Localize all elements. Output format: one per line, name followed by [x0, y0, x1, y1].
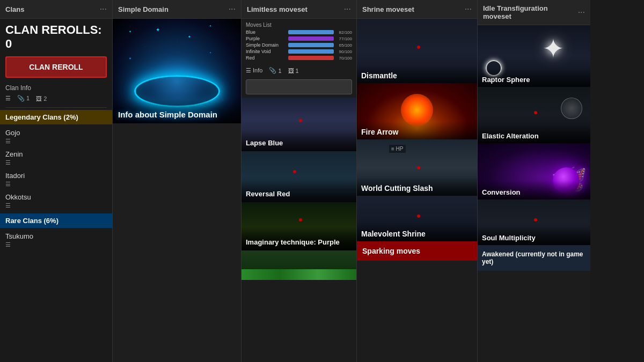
elastic-dot	[534, 111, 537, 114]
soul-multiplicity-card[interactable]: Soul Multiplicity	[478, 200, 590, 245]
clan-gojo: Gojo	[0, 125, 112, 137]
limitless-search-bar[interactable]	[246, 79, 352, 94]
clan-zenin-icon: ☰	[0, 158, 112, 168]
elastic-overlay: Elastic Alteration	[478, 124, 590, 143]
lapse-blue-card[interactable]: Lapse Blue	[241, 98, 356, 151]
elastic-orb	[561, 98, 582, 119]
move-name-blue: Blue	[246, 29, 286, 35]
reversal-dot	[293, 170, 296, 173]
move-name-red: Red	[246, 55, 286, 61]
clans-scroll: CLAN REROLLS: 0 CLAN REROLL Clan Info ☰ …	[0, 19, 112, 362]
fire-arrow-name: Fire Arrow	[361, 128, 473, 136]
shrine-menu-dots[interactable]: ···	[465, 4, 472, 14]
star-7: ✦	[129, 56, 131, 60]
soul-overlay: Soul Multiplicity	[478, 226, 590, 245]
clan-info-list-icon: ☰	[5, 95, 11, 102]
clan-itadori-icon: ☰	[0, 180, 112, 190]
move-row-purple: Purple 77/100	[246, 36, 352, 41]
clan-gojo-icon: ☰	[0, 137, 112, 147]
dismantle-overlay: Dismantle	[357, 65, 477, 83]
slash-overlay: World Cutting Slash	[357, 178, 477, 196]
clans-menu-dots[interactable]: ···	[100, 4, 107, 14]
move-bar-purple	[288, 36, 334, 41]
clan-reroll-button[interactable]: CLAN REROLL	[5, 56, 107, 78]
move-row-infinite-void: Infinite Void 90/100	[246, 49, 352, 54]
clan-tsukumo-icon: ☰	[0, 240, 112, 250]
move-bar-red	[288, 56, 334, 60]
reversal-red-name: Reversal Red	[246, 190, 352, 198]
move-val-red: 70/100	[336, 56, 352, 61]
reversal-red-card[interactable]: Reversal Red	[241, 151, 356, 202]
clans-divider	[5, 107, 107, 108]
raptor-sphere-card[interactable]: Raptor Sphere	[478, 25, 590, 87]
elastic-card[interactable]: Elastic Alteration	[478, 87, 590, 143]
idle-title: Idle Transfiguration moveset	[483, 4, 578, 20]
clan-rerolls-count: CLAN REROLLS: 0	[0, 19, 112, 53]
star-4: ✦	[209, 24, 211, 27]
idle-scroll: Raptor Sphere Elastic Alteration 🦋 Conve…	[478, 25, 590, 362]
info-attach-count: 📎 1	[269, 67, 281, 74]
star-8: ✦	[209, 51, 211, 54]
purple-dot	[299, 218, 302, 221]
green-stripe	[241, 269, 356, 280]
white-scene	[241, 250, 356, 280]
dismantle-dot	[417, 46, 420, 49]
lapse-blue-overlay: Lapse Blue	[241, 130, 356, 151]
info-image-count: 🖼 1	[288, 67, 299, 74]
clan-zenin: Zenin	[0, 147, 112, 158]
soul-dot	[534, 218, 537, 221]
clan-info-attach: 📎 1	[17, 95, 30, 102]
slash-name: World Cutting Slash	[361, 184, 473, 193]
star-2: ✦	[156, 27, 160, 33]
simple-domain-overlay: Info about Simple Domain	[113, 99, 241, 123]
sparking-moves-button[interactable]: Sparking moves	[357, 241, 477, 261]
move-bar-blue	[288, 30, 334, 34]
limitless-header: Limitless moveset ···	[241, 0, 356, 19]
move-name-simple-domain: Simple Domain	[246, 42, 286, 48]
white-card	[241, 250, 356, 280]
idle-menu-dots[interactable]: ···	[578, 8, 585, 17]
move-row-simple-domain: Simple Domain 65/100	[246, 42, 352, 48]
move-val-simple-domain: 65/100	[336, 43, 352, 48]
move-val-purple: 77/100	[336, 36, 352, 41]
slash-hud: ≡ HP	[389, 145, 406, 153]
clans-header: Clans ···	[0, 0, 112, 19]
star-5: ·	[145, 46, 145, 48]
world-cutting-slash-card[interactable]: ≡ HP World Cutting Slash	[357, 139, 477, 196]
limitless-menu-dots[interactable]: ···	[344, 4, 351, 14]
clans-column: Clans ··· CLAN REROLLS: 0 CLAN REROLL Cl…	[0, 0, 113, 362]
rare-clans-header: Rare Clans (6%)	[0, 213, 112, 228]
soul-name: Soul Multiplicity	[482, 234, 586, 242]
dismantle-card[interactable]: Dismantle	[357, 19, 477, 83]
limitless-scroll: Moves List Blue 82/100 Purple 77/100 Sim…	[241, 19, 356, 362]
limitless-info-section: ☰ Info 📎 1 🖼 1	[241, 65, 356, 77]
moves-list-label: Moves List	[246, 22, 352, 28]
conversion-overlay: Conversion	[478, 181, 590, 200]
dismantle-name: Dismantle	[361, 71, 473, 80]
malevolent-overlay: Malevolent Shrine	[357, 223, 477, 241]
info-list-icon: ☰ Info	[246, 67, 262, 74]
clan-info-image: 🖼 2	[36, 95, 47, 102]
purple-card[interactable]: Imaginary technique: Purple	[241, 202, 356, 250]
reversal-red-overlay: Reversal Red	[241, 181, 356, 202]
star-3: ✦	[188, 35, 191, 39]
simple-domain-header: Simple Domain ···	[113, 0, 241, 19]
malevolent-shrine-card[interactable]: Malevolent Shrine	[357, 196, 477, 241]
legendary-clans-header: Legendary Clans (2%)	[0, 110, 112, 124]
fire-arrow-card[interactable]: Fire Arrow	[357, 83, 477, 139]
simple-domain-title: Simple Domain	[118, 5, 169, 13]
idle-column: Idle Transfiguration moveset ··· Raptor …	[478, 0, 590, 362]
purple-overlay: Imaginary technique: Purple	[241, 230, 356, 250]
clan-info-icons: ☰ 📎 1 🖼 2	[0, 94, 112, 105]
purple-name: Imaginary technique: Purple	[246, 238, 352, 246]
shrine-header: Shrine moveset ···	[357, 0, 477, 19]
elastic-name: Elastic Alteration	[482, 132, 586, 140]
move-val-infinite-void: 90/100	[336, 49, 352, 54]
fire-arrow-overlay: Fire Arrow	[357, 121, 477, 139]
shrine-title: Shrine moveset	[362, 5, 414, 13]
awakened-label: Awakened (currently not in game yet)	[478, 245, 590, 271]
conversion-card[interactable]: 🦋 Conversion	[478, 143, 590, 200]
simple-domain-menu-dots[interactable]: ···	[229, 4, 236, 14]
move-val-blue: 82/100	[336, 30, 352, 35]
clan-itadori: Itadori	[0, 168, 112, 180]
